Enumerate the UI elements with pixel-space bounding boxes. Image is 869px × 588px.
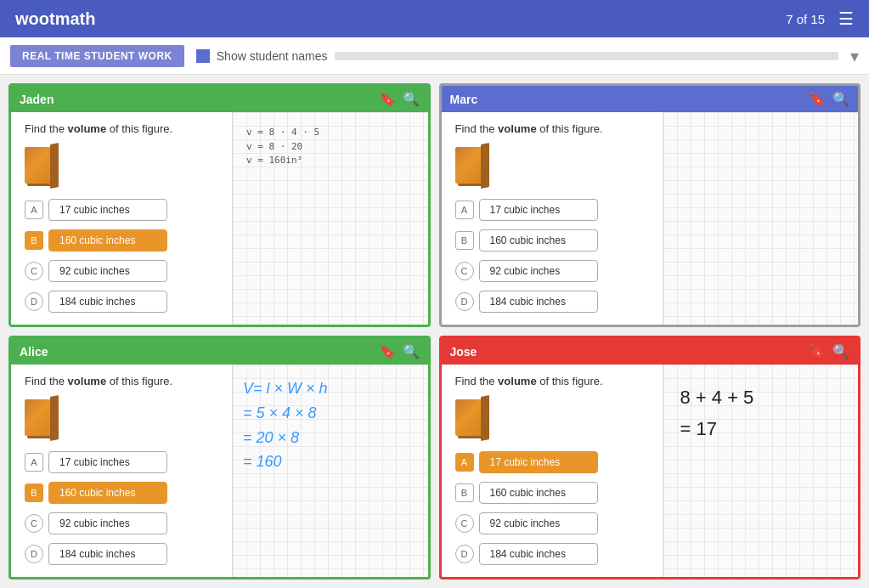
answer-option-a: A17 cubic inches bbox=[455, 451, 649, 473]
zoom-icon[interactable]: 🔍 bbox=[403, 343, 420, 359]
option-label-a: A bbox=[455, 453, 474, 472]
option-label-b: B bbox=[455, 483, 474, 502]
card-header-jaden: Jaden 🔖 🔍 bbox=[11, 86, 428, 112]
card-header-icons: 🔖 🔍 bbox=[809, 91, 849, 107]
student-name-alice: Alice bbox=[20, 345, 48, 359]
option-label-c: C bbox=[25, 514, 43, 533]
bookmark-icon[interactable]: 🔖 bbox=[809, 91, 826, 107]
option-label-c: C bbox=[25, 262, 43, 280]
answer-option-d: D184 cubic inches bbox=[455, 543, 649, 565]
bookmark-icon[interactable]: 🔖 bbox=[379, 343, 396, 359]
option-btn-c[interactable]: 92 cubic inches bbox=[48, 512, 167, 534]
answer-option-b: B160 cubic inches bbox=[25, 482, 218, 504]
bookmark-icon[interactable]: 🔖 bbox=[809, 343, 826, 359]
option-btn-d[interactable]: 184 cubic inches bbox=[48, 543, 167, 565]
answer-option-a: A17 cubic inches bbox=[25, 199, 218, 221]
question-text: Find the volume of this figure. bbox=[455, 122, 649, 135]
card-work-area: v = 8 · 4 · 5v = 8 · 20v = 160in³ bbox=[232, 112, 428, 325]
option-btn-b[interactable]: 160 cubic inches bbox=[479, 482, 598, 504]
option-label-a: A bbox=[25, 453, 43, 472]
work-handwriting: 8 + 4 + 5= 17 bbox=[680, 382, 754, 445]
header-right: 7 of 15 ☰ bbox=[786, 8, 854, 29]
progress-indicator: 7 of 15 bbox=[786, 12, 825, 26]
show-names-bar bbox=[335, 52, 838, 60]
show-names-label: Show student names bbox=[217, 49, 328, 63]
work-handwriting: V= l × W × h = 5 × 4 × 8 = 20 × 8 = 160 bbox=[243, 376, 328, 474]
figure-3d bbox=[25, 147, 55, 184]
answer-option-c: C92 cubic inches bbox=[455, 260, 649, 282]
option-label-d: D bbox=[25, 292, 43, 311]
bookmark-icon[interactable]: 🔖 bbox=[379, 91, 396, 107]
option-label-b: B bbox=[25, 231, 43, 250]
card-left: Find the volume of this figure.A17 cubic… bbox=[442, 112, 663, 325]
student-card-jaden: Jaden 🔖 🔍 Find the volume of this figure… bbox=[8, 83, 431, 327]
student-card-alice: Alice 🔖 🔍 Find the volume of this figure… bbox=[8, 336, 431, 580]
option-btn-d[interactable]: 184 cubic inches bbox=[479, 543, 598, 565]
answer-option-c: C92 cubic inches bbox=[25, 260, 218, 282]
zoom-icon[interactable]: 🔍 bbox=[832, 343, 849, 359]
card-left: Find the volume of this figure.A17 cubic… bbox=[442, 365, 663, 577]
question-text: Find the volume of this figure. bbox=[455, 375, 649, 387]
answer-option-c: C92 cubic inches bbox=[455, 512, 649, 534]
app-header: wootmath 7 of 15 ☰ bbox=[0, 0, 869, 37]
answer-option-d: D184 cubic inches bbox=[25, 291, 218, 313]
figure-3d bbox=[25, 399, 55, 436]
option-label-d: D bbox=[25, 545, 43, 563]
figure-3d bbox=[455, 147, 486, 184]
card-header-icons: 🔖 🔍 bbox=[809, 343, 849, 359]
card-work-area bbox=[663, 112, 859, 325]
option-btn-b[interactable]: 160 cubic inches bbox=[48, 229, 167, 252]
option-btn-c[interactable]: 92 cubic inches bbox=[479, 260, 598, 282]
option-label-d: D bbox=[455, 292, 474, 311]
show-names-area: Show student names bbox=[196, 49, 838, 63]
option-btn-c[interactable]: 92 cubic inches bbox=[48, 260, 167, 282]
zoom-icon[interactable]: 🔍 bbox=[832, 91, 849, 107]
student-card-jose: Jose 🔖 🔍 Find the volume of this figure.… bbox=[439, 336, 861, 580]
option-btn-c[interactable]: 92 cubic inches bbox=[479, 512, 598, 534]
card-header-jose: Jose 🔖 🔍 bbox=[442, 338, 859, 365]
option-label-d: D bbox=[455, 545, 474, 563]
card-body-alice: Find the volume of this figure.A17 cubic… bbox=[11, 365, 428, 577]
answer-option-d: D184 cubic inches bbox=[455, 291, 649, 313]
answer-option-a: A17 cubic inches bbox=[25, 451, 218, 473]
student-name-jaden: Jaden bbox=[20, 93, 54, 106]
option-btn-b[interactable]: 160 cubic inches bbox=[479, 229, 598, 252]
student-name-marc: Marc bbox=[450, 93, 478, 106]
question-text: Find the volume of this figure. bbox=[25, 375, 218, 387]
option-btn-a[interactable]: 17 cubic inches bbox=[479, 199, 598, 221]
card-header-icons: 🔖 🔍 bbox=[379, 343, 420, 359]
work-typed: v = 8 · 4 · 5v = 8 · 20v = 160in³ bbox=[246, 126, 319, 168]
card-work-area: V= l × W × h = 5 × 4 × 8 = 20 × 8 = 160 bbox=[232, 365, 428, 577]
section-label: REAL TIME STUDENT WORK bbox=[10, 45, 184, 67]
option-btn-d[interactable]: 184 cubic inches bbox=[48, 291, 167, 313]
option-btn-a[interactable]: 17 cubic inches bbox=[48, 199, 167, 221]
question-text: Find the volume of this figure. bbox=[25, 122, 218, 135]
option-label-a: A bbox=[25, 201, 43, 219]
zoom-icon[interactable]: 🔍 bbox=[403, 91, 420, 107]
show-names-checkbox[interactable] bbox=[196, 49, 210, 63]
answer-option-b: B160 cubic inches bbox=[455, 482, 649, 504]
answer-option-a: A17 cubic inches bbox=[455, 199, 649, 221]
option-btn-d[interactable]: 184 cubic inches bbox=[479, 291, 598, 313]
student-card-marc: Marc 🔖 🔍 Find the volume of this figure.… bbox=[439, 83, 861, 327]
card-left: Find the volume of this figure.A17 cubic… bbox=[11, 112, 232, 325]
option-label-c: C bbox=[455, 514, 474, 533]
option-label-b: B bbox=[455, 231, 474, 250]
answer-option-c: C92 cubic inches bbox=[25, 512, 218, 534]
option-btn-a[interactable]: 17 cubic inches bbox=[48, 451, 167, 473]
option-btn-b[interactable]: 160 cubic inches bbox=[48, 482, 167, 504]
card-body-jaden: Find the volume of this figure.A17 cubic… bbox=[11, 112, 428, 325]
option-label-b: B bbox=[25, 483, 43, 502]
toolbar-chevron[interactable]: ▾ bbox=[850, 46, 859, 66]
card-header-marc: Marc 🔖 🔍 bbox=[442, 86, 859, 112]
answer-option-b: B160 cubic inches bbox=[25, 229, 218, 252]
app-title: wootmath bbox=[15, 9, 95, 29]
option-btn-a[interactable]: 17 cubic inches bbox=[479, 451, 598, 473]
hamburger-icon[interactable]: ☰ bbox=[838, 8, 854, 29]
answer-option-b: B160 cubic inches bbox=[455, 229, 649, 252]
option-label-c: C bbox=[455, 262, 474, 280]
card-left: Find the volume of this figure.A17 cubic… bbox=[11, 365, 232, 577]
card-body-jose: Find the volume of this figure.A17 cubic… bbox=[442, 365, 859, 577]
card-work-area: 8 + 4 + 5= 17 bbox=[663, 365, 859, 577]
card-header-icons: 🔖 🔍 bbox=[379, 91, 420, 107]
